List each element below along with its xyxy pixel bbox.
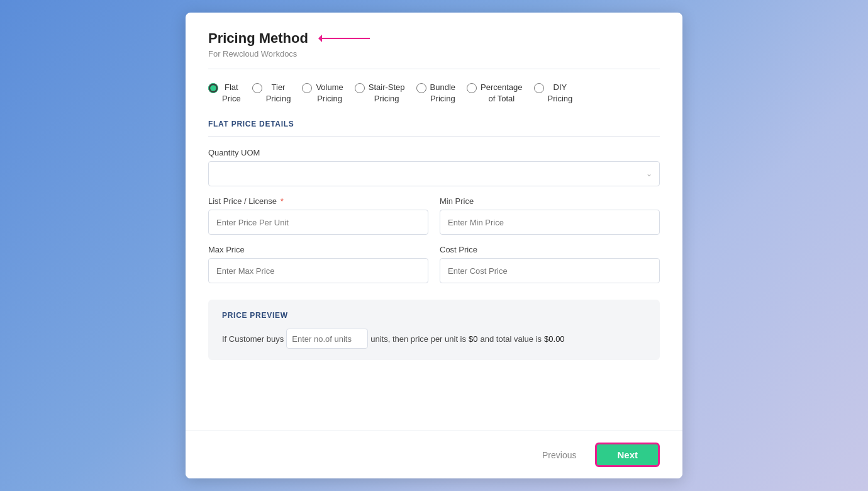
header-row: Pricing Method xyxy=(208,30,660,47)
modal-footer: Previous Next xyxy=(186,431,682,478)
modal-body: Pricing Method For Rewcloud Workdocs Fla… xyxy=(186,13,682,431)
arrow-icon xyxy=(320,38,370,39)
price-preview-section: PRICE PREVIEW If Customer buys units, th… xyxy=(208,300,660,360)
quantity-uom-group: Quantity UOM ⌄ xyxy=(208,148,660,186)
radio-bundle-label: BundlePricing xyxy=(430,82,455,104)
header-divider xyxy=(208,69,660,69)
radio-tier-input[interactable] xyxy=(252,83,262,93)
list-price-group: List Price / License * xyxy=(208,196,428,235)
price-preview-title: PRICE PREVIEW xyxy=(222,311,646,320)
cost-price-group: Cost Price xyxy=(440,245,660,283)
preview-sentence: If Customer buys units, then price per u… xyxy=(222,329,646,349)
preview-price-per-unit: $0 xyxy=(469,334,477,344)
flat-price-divider xyxy=(208,136,660,137)
cost-price-label: Cost Price xyxy=(440,245,660,254)
cost-price-input[interactable] xyxy=(440,258,660,283)
previous-button[interactable]: Previous xyxy=(535,445,584,465)
radio-tier-pricing[interactable]: TierPricing xyxy=(252,82,291,104)
radio-flat-label: FlatPrice xyxy=(222,82,241,104)
modal-subtitle: For Rewcloud Workdocs xyxy=(208,49,660,59)
preview-text-middle: units, then price per unit is xyxy=(370,334,466,344)
min-price-input[interactable] xyxy=(440,210,660,235)
preview-text-before: If Customer buys xyxy=(222,334,284,344)
next-button[interactable]: Next xyxy=(595,443,660,467)
radio-stairstep-pricing[interactable]: Stair-StepPricing xyxy=(355,82,405,104)
price-row-1: List Price / License * Min Price xyxy=(208,196,660,245)
radio-flat-price[interactable]: FlatPrice xyxy=(208,82,241,104)
max-price-input[interactable] xyxy=(208,258,428,283)
radio-diy-input[interactable] xyxy=(534,83,544,93)
required-star: * xyxy=(281,196,284,206)
list-price-label: List Price / License * xyxy=(208,196,428,206)
radio-bundle-pricing[interactable]: BundlePricing xyxy=(416,82,455,104)
pricing-modal: Pricing Method For Rewcloud Workdocs Fla… xyxy=(186,13,682,478)
radio-percentage-label: Percentageof Total xyxy=(481,82,523,104)
min-price-group: Min Price xyxy=(440,196,660,235)
price-row-2: Max Price Cost Price xyxy=(208,245,660,293)
quantity-uom-select-wrapper: ⌄ xyxy=(208,161,660,186)
radio-stairstep-label: Stair-StepPricing xyxy=(369,82,405,104)
radio-stairstep-input[interactable] xyxy=(355,83,365,93)
pricing-method-group: FlatPrice TierPricing VolumePricing Stai… xyxy=(208,82,660,104)
preview-units-input[interactable] xyxy=(286,329,368,349)
min-price-label: Min Price xyxy=(440,196,660,206)
max-price-label: Max Price xyxy=(208,245,428,254)
quantity-uom-label: Quantity UOM xyxy=(208,148,660,157)
radio-percentage-input[interactable] xyxy=(467,83,477,93)
preview-text-and: and total value is xyxy=(480,334,542,344)
radio-volume-pricing[interactable]: VolumePricing xyxy=(302,82,343,104)
quantity-uom-select[interactable] xyxy=(208,161,660,186)
arrow-annotation xyxy=(320,38,370,39)
max-price-group: Max Price xyxy=(208,245,428,283)
radio-percentage-total[interactable]: Percentageof Total xyxy=(467,82,523,104)
modal-title: Pricing Method xyxy=(208,30,308,47)
radio-tier-label: TierPricing xyxy=(266,82,291,104)
radio-bundle-input[interactable] xyxy=(416,83,426,93)
radio-diy-label: DIYPricing xyxy=(548,82,573,104)
radio-diy-pricing[interactable]: DIYPricing xyxy=(534,82,573,104)
list-price-input[interactable] xyxy=(208,210,428,235)
radio-volume-input[interactable] xyxy=(302,83,312,93)
flat-price-section-title: FLAT PRICE DETAILS xyxy=(208,120,660,128)
radio-volume-label: VolumePricing xyxy=(316,82,343,104)
preview-total-value: $0.00 xyxy=(544,334,565,344)
radio-flat-input[interactable] xyxy=(208,83,218,93)
